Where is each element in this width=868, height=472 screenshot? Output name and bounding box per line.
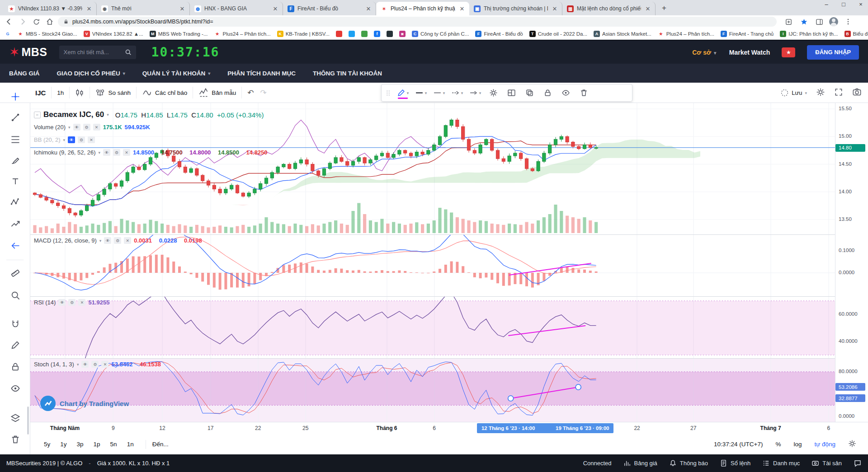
nav-item-1[interactable]: GIAO DỊCH CỔ PHIẾU▾ <box>57 70 125 77</box>
clone-drawing-button[interactable] <box>521 86 538 100</box>
remove-icon[interactable]: ✕ <box>88 136 95 143</box>
nav-item-3[interactable]: PHÂN TÍCH DANH MỤC <box>227 70 296 77</box>
edit-tool[interactable] <box>10 340 20 350</box>
range-5n-button[interactable]: 5n <box>110 441 117 448</box>
settings-icon[interactable]: ⚙ <box>83 124 90 131</box>
snapshot-button[interactable] <box>852 87 862 98</box>
price-scale[interactable]: 15.5015.0014.5014.0013.5014.800.10000.00… <box>835 103 868 422</box>
pane-stoch[interactable] <box>30 358 835 422</box>
lock-all-tool[interactable] <box>10 362 20 372</box>
symbol-search-input[interactable] <box>64 49 121 56</box>
lock-drawing-button[interactable] <box>539 86 556 100</box>
chat-button[interactable] <box>854 459 862 467</box>
tab-close-icon[interactable]: ✕ <box>272 5 279 12</box>
remove-icon[interactable]: ✕ <box>124 237 131 244</box>
tradingview-watermark[interactable]: Chart by TradingView <box>40 396 129 411</box>
eye-icon[interactable]: 👁 <box>81 361 89 368</box>
eye-icon[interactable]: 👁 <box>58 299 66 306</box>
hide-drawing-button[interactable] <box>557 86 574 100</box>
tab-close-icon[interactable]: ✕ <box>179 5 186 12</box>
login-button[interactable]: ĐĂNG NHẬP <box>807 45 859 60</box>
settings-icon[interactable]: ⚙ <box>68 299 75 306</box>
interval-button[interactable]: 1h <box>57 89 64 96</box>
tab-close-icon[interactable]: ✕ <box>365 5 372 12</box>
browser-tab-2[interactable]: ◍HNX - BANG GIA✕ <box>190 2 283 15</box>
status-item-4[interactable]: Danh mục <box>762 459 800 467</box>
bookmark-item-10[interactable]: ● <box>387 31 393 37</box>
forward-icon[interactable] <box>17 16 28 27</box>
brush-tool[interactable] <box>10 155 20 165</box>
menu-kebab-icon[interactable] <box>843 16 854 27</box>
eye-icon[interactable]: 👁 <box>68 136 75 143</box>
compare-button[interactable]: So sánh <box>95 88 131 98</box>
settings-icon[interactable]: ⚙ <box>78 136 85 143</box>
tools-scrollbar[interactable] <box>27 407 29 435</box>
bookmark-item-19[interactable]: BBiểu đồ kĩ thuật <box>844 31 868 37</box>
bookmark-star-icon[interactable] <box>798 16 809 27</box>
nav-item-2[interactable]: QUẢN LÝ TÀI KHOẢN▾ <box>142 70 211 77</box>
remove-icon[interactable]: ✕ <box>101 361 108 368</box>
status-item-2[interactable]: Thông báo <box>669 459 708 467</box>
settings-icon[interactable]: ⚙ <box>113 149 120 156</box>
remove-icon[interactable]: ✕ <box>78 299 85 306</box>
bb-legend[interactable]: BB (20, 2)▾👁⚙✕ <box>34 136 95 143</box>
symbol-button[interactable]: IJC <box>35 89 46 97</box>
tab-close-icon[interactable]: ✕ <box>458 5 466 12</box>
status-item-1[interactable]: Bảng giá <box>623 459 657 467</box>
line-extend-right-button[interactable]: ▾ <box>467 86 484 100</box>
bookmark-item-12[interactable]: CCông ty Cổ phần C... <box>412 31 469 37</box>
eye-icon[interactable]: 👁 <box>104 237 111 244</box>
browser-tab-4[interactable]: ✶Plus24 – Phân tích kỹ thuật✕ <box>376 2 469 15</box>
settings-icon[interactable]: ⚙ <box>114 237 121 244</box>
object-tree-tool[interactable] <box>10 413 20 423</box>
eye-icon[interactable]: 👁 <box>103 149 110 156</box>
scale-settings-button[interactable] <box>848 439 856 449</box>
chart-area[interactable]: −Becamex IJC, 60▾O14.75 H14.85 L14.75 C1… <box>30 103 835 422</box>
range-5y-button[interactable]: 5y <box>44 441 50 448</box>
hide-all-tool[interactable] <box>10 383 20 393</box>
templates-button[interactable]: Bản mẫu <box>198 88 236 98</box>
indicators-button[interactable]: Các chỉ báo <box>142 88 187 98</box>
profile-avatar[interactable] <box>829 17 838 26</box>
apply-layout-button[interactable] <box>503 86 520 100</box>
bookmark-item-13[interactable]: FFireAnt - Biểu đồ <box>475 31 523 37</box>
bookmark-item-7[interactable]: ● <box>349 31 355 37</box>
status-item-0[interactable]: Connected <box>583 460 612 467</box>
bookmark-item-15[interactable]: AAsian Stock Market... <box>594 31 651 37</box>
browser-tab-3[interactable]: FFireAnt - Biểu đồ✕ <box>283 2 376 15</box>
nav-item-0[interactable]: BẢNG GIÁ <box>9 70 40 77</box>
market-watch-link[interactable]: Market Watch <box>729 49 770 56</box>
reload-icon[interactable] <box>31 16 42 27</box>
nav-item-4[interactable]: THÔNG TIN TÀI KHOẢN <box>313 70 382 77</box>
home-icon[interactable] <box>44 16 55 27</box>
back-icon[interactable] <box>4 16 14 27</box>
maximize-button[interactable]: □ <box>839 1 848 8</box>
collapse-legend-icon[interactable]: − <box>34 112 41 118</box>
hide-panel-arrow[interactable] <box>10 241 20 251</box>
eye-icon[interactable]: 👁 <box>73 124 80 131</box>
browser-tab-0[interactable]: ★VNIndex 1110.83 ▼ -0.39%✕ <box>4 2 97 15</box>
market-type-dropdown[interactable]: Cơ sở ▼ <box>692 49 717 56</box>
mbs-logo[interactable]: ✶ MBS <box>9 46 47 59</box>
time-axis[interactable]: Tháng Năm912172225Tháng 662227Tháng 7612… <box>30 422 868 434</box>
rsi-legend[interactable]: RSI (14)👁⚙✕51.9255 <box>34 299 109 306</box>
forecast-tool[interactable] <box>10 219 20 229</box>
auto-scale-button[interactable]: tự động <box>814 441 835 448</box>
drawing-tool-button[interactable]: ▾ <box>394 86 411 100</box>
url-bar[interactable]: plus24.mbs.com.vn/apps/StockBoard/MBS/pt… <box>58 17 777 27</box>
tab-close-icon[interactable]: ✕ <box>644 5 651 12</box>
bookmark-item-2[interactable]: VVNIndex 1362.82 ▲... <box>84 31 143 37</box>
goto-date-button[interactable]: Đến... <box>152 441 169 448</box>
search-icon[interactable] <box>125 49 132 56</box>
remove-icon[interactable]: ✕ <box>93 124 100 131</box>
pattern-tool[interactable] <box>10 197 20 207</box>
percent-scale-button[interactable]: % <box>775 441 781 448</box>
bookmark-item-4[interactable]: ★Plus24 – Phân tích... <box>214 31 271 37</box>
chart-settings-button[interactable] <box>816 88 825 98</box>
volume-legend[interactable]: Volume (20)▾👁⚙✕175.1K594.925K <box>34 124 150 131</box>
range-3p-button[interactable]: 3p <box>77 441 84 448</box>
redo-button[interactable]: ↷ <box>260 88 267 98</box>
range-1p-button[interactable]: 1p <box>94 441 100 448</box>
bookmark-item-6[interactable]: ■ <box>336 31 342 37</box>
text-tool[interactable] <box>10 177 20 187</box>
